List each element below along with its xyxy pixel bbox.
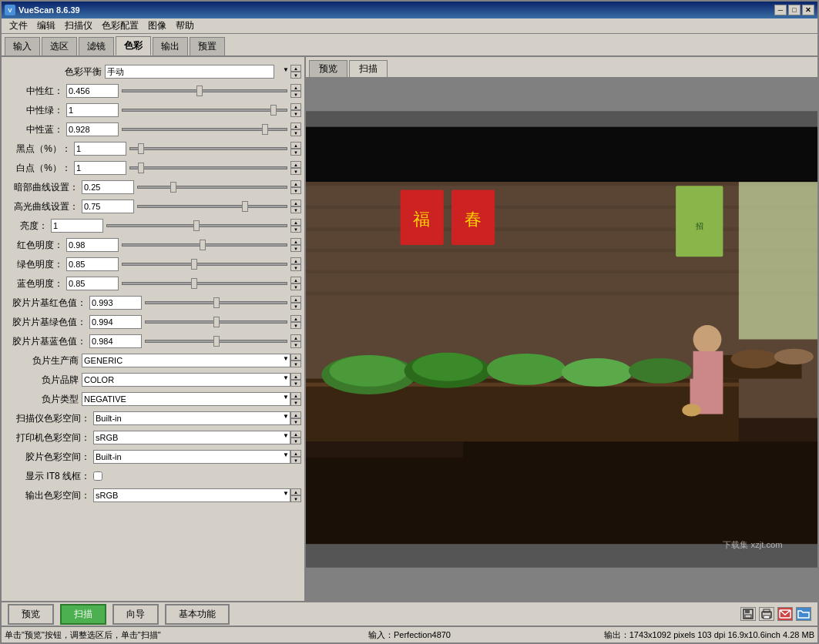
film-type-select[interactable]: NEGATIVE — [82, 392, 290, 406]
tab-color[interactable]: 色彩 — [116, 36, 151, 55]
color-balance-spin-down[interactable]: ▼ — [290, 72, 301, 79]
shadow-curve-thumb[interactable] — [170, 182, 176, 193]
green-brightness-track[interactable] — [122, 263, 287, 266]
brightness-spin-down[interactable]: ▼ — [290, 226, 301, 233]
basic-function-button[interactable]: 基本功能 — [165, 604, 230, 625]
tab-input[interactable]: 输入 — [5, 37, 40, 55]
black-point-spin-up[interactable]: ▲ — [290, 142, 301, 149]
scanner-color-space-spin-up[interactable]: ▲ — [290, 411, 301, 418]
shadow-curve-spin-down[interactable]: ▼ — [290, 187, 301, 194]
film-brand-spin-up[interactable]: ▲ — [290, 373, 301, 380]
film-color-space-spin-up[interactable]: ▲ — [290, 450, 301, 457]
film-type-spin-up[interactable]: ▲ — [290, 392, 301, 399]
tab-preset[interactable]: 预置 — [190, 37, 225, 55]
menu-help[interactable]: 帮助 — [171, 18, 199, 34]
film-color-space-select[interactable]: Built-in — [93, 450, 290, 464]
neutral-green-spin-up[interactable]: ▲ — [290, 103, 301, 110]
red-brightness-spin-down[interactable]: ▼ — [290, 245, 301, 252]
brightness-thumb[interactable] — [193, 220, 200, 231]
white-point-track[interactable] — [129, 166, 287, 169]
neutral-blue-spin-up[interactable]: ▲ — [290, 122, 301, 129]
film-manufacturer-spin-up[interactable]: ▲ — [290, 354, 301, 361]
shadow-curve-track[interactable] — [137, 186, 287, 189]
film-base-green-spin-down[interactable]: ▼ — [290, 322, 301, 329]
shadow-curve-spin-up[interactable]: ▲ — [290, 180, 301, 187]
black-point-spin-down[interactable]: ▼ — [290, 149, 301, 156]
highlight-curve-thumb[interactable] — [242, 201, 248, 212]
highlight-curve-input[interactable] — [82, 200, 134, 213]
film-base-red-track[interactable] — [145, 301, 287, 304]
maximize-button[interactable]: □ — [788, 5, 801, 15]
red-brightness-input[interactable] — [66, 238, 119, 252]
neutral-red-thumb[interactable] — [196, 86, 203, 96]
red-brightness-thumb[interactable] — [200, 240, 206, 250]
film-type-spin-down[interactable]: ▼ — [290, 399, 301, 406]
film-base-blue-spin-up[interactable]: ▲ — [290, 334, 301, 341]
highlight-curve-track[interactable] — [137, 205, 287, 208]
blue-brightness-spin-down[interactable]: ▼ — [290, 283, 301, 290]
neutral-blue-input[interactable] — [66, 122, 119, 136]
film-base-blue-track[interactable] — [145, 340, 287, 343]
blue-brightness-spin-up[interactable]: ▲ — [290, 277, 301, 283]
blue-brightness-thumb[interactable] — [191, 278, 197, 289]
neutral-red-spin-down[interactable]: ▼ — [290, 91, 301, 98]
print-icon[interactable] — [759, 607, 774, 621]
black-point-thumb[interactable] — [138, 143, 144, 154]
printer-color-space-select[interactable]: sRGB — [93, 431, 290, 444]
menu-edit[interactable]: 编辑 — [32, 18, 60, 34]
color-balance-select[interactable]: 手动 — [105, 65, 274, 79]
black-point-input[interactable] — [74, 142, 126, 156]
output-color-space-select[interactable]: sRGB — [93, 488, 290, 502]
blue-brightness-track[interactable] — [122, 282, 287, 285]
neutral-blue-spin-down[interactable]: ▼ — [290, 129, 301, 136]
neutral-green-spin-down[interactable]: ▼ — [290, 110, 301, 117]
white-point-thumb[interactable] — [138, 163, 144, 173]
close-button[interactable]: ✕ — [802, 5, 814, 15]
film-base-red-spin-up[interactable]: ▲ — [290, 296, 301, 303]
film-base-green-track[interactable] — [145, 320, 287, 324]
film-base-blue-thumb[interactable] — [213, 336, 220, 347]
printer-color-space-spin-down[interactable]: ▼ — [290, 438, 301, 444]
neutral-blue-thumb[interactable] — [262, 124, 268, 135]
film-brand-select[interactable]: COLOR — [82, 373, 290, 387]
film-base-green-spin-up[interactable]: ▲ — [290, 315, 301, 322]
film-base-red-thumb[interactable] — [213, 297, 220, 308]
film-base-green-thumb[interactable] — [213, 317, 220, 327]
white-point-spin-down[interactable]: ▼ — [290, 168, 301, 175]
tab-output[interactable]: 输出 — [153, 37, 188, 55]
highlight-curve-spin-down[interactable]: ▼ — [290, 206, 301, 213]
menu-color-config[interactable]: 色彩配置 — [97, 18, 143, 34]
folder-icon[interactable] — [796, 607, 811, 621]
black-point-track[interactable] — [129, 147, 287, 150]
menu-scanner[interactable]: 扫描仪 — [60, 18, 97, 34]
wizard-button[interactable]: 向导 — [112, 604, 159, 625]
tab-selection[interactable]: 选区 — [42, 37, 77, 55]
film-manufacturer-spin-down[interactable]: ▼ — [290, 361, 301, 367]
brightness-track[interactable] — [106, 224, 287, 227]
film-base-green-input[interactable] — [89, 315, 142, 329]
blue-brightness-input[interactable] — [66, 277, 119, 290]
preview-button[interactable]: 预览 — [8, 604, 54, 625]
green-brightness-input[interactable] — [66, 257, 119, 271]
green-brightness-spin-up[interactable]: ▲ — [290, 257, 301, 264]
brightness-spin-up[interactable]: ▲ — [290, 219, 301, 226]
green-brightness-thumb[interactable] — [191, 259, 197, 270]
film-manufacturer-select[interactable]: GENERIC — [82, 354, 290, 367]
email-icon[interactable] — [777, 607, 793, 621]
red-brightness-spin-up[interactable]: ▲ — [290, 238, 301, 245]
neutral-red-input[interactable] — [66, 84, 119, 98]
menu-file[interactable]: 文件 — [5, 18, 32, 34]
tab-scan[interactable]: 扫描 — [349, 60, 388, 77]
save-icon[interactable] — [740, 607, 756, 621]
neutral-green-input[interactable] — [66, 103, 119, 117]
red-brightness-track[interactable] — [122, 243, 287, 247]
output-color-space-spin-up[interactable]: ▲ — [290, 488, 301, 495]
minimize-button[interactable]: ─ — [774, 5, 787, 15]
shadow-curve-input[interactable] — [82, 180, 134, 194]
printer-color-space-spin-up[interactable]: ▲ — [290, 431, 301, 438]
brightness-input[interactable] — [51, 219, 103, 233]
tab-preview[interactable]: 预览 — [309, 60, 347, 77]
neutral-red-track[interactable] — [122, 89, 287, 92]
scan-button[interactable]: 扫描 — [60, 604, 106, 625]
output-color-space-spin-down[interactable]: ▼ — [290, 495, 301, 502]
